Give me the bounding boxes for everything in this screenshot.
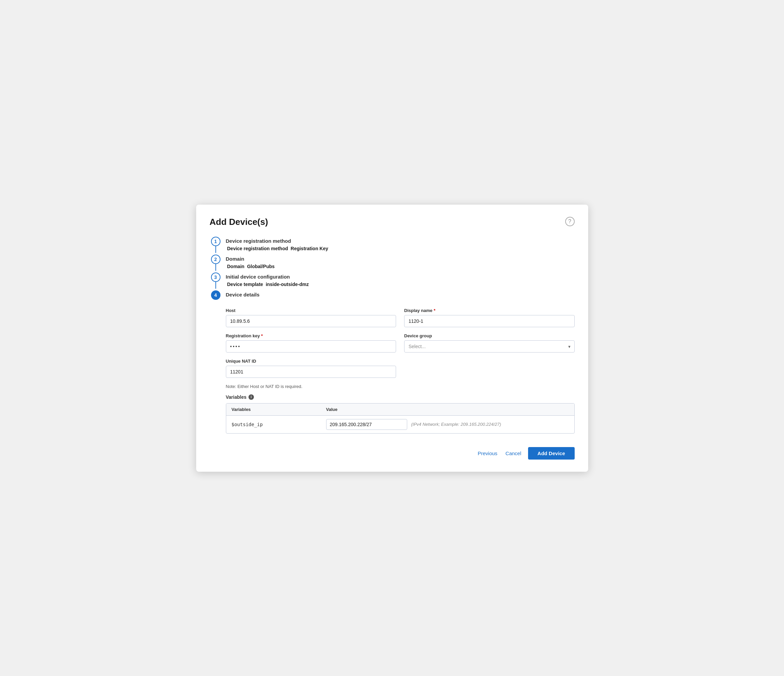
table-row: $outside_ip (IPv4 Network; Example: 209.… [226, 416, 574, 433]
device-group-select-wrapper: Select... ▾ [404, 340, 575, 352]
display-name-label: Display name * [404, 308, 575, 313]
step-2-row: 2 Domain Domain Global/Pubs [210, 255, 575, 273]
step-2-circle: 2 [211, 255, 221, 264]
step-1-row: 1 Device registration method Device regi… [210, 237, 575, 255]
step-1-content: Device registration method Device regist… [226, 237, 575, 255]
dialog-title: Add Device(s) [210, 217, 268, 227]
step-2-content: Domain Domain Global/Pubs [226, 255, 575, 273]
col-header-value: Value [321, 403, 574, 415]
step-3-left: 3 [210, 273, 222, 289]
step-3-detail: Device template inside-outside-dmz [226, 282, 575, 290]
host-label: Host [226, 308, 397, 313]
step-1-left: 1 [210, 237, 222, 253]
registration-key-label: Registration key * [226, 333, 397, 338]
variables-table-header: Variables Value [226, 403, 574, 416]
cancel-button[interactable]: Cancel [504, 448, 523, 459]
previous-button[interactable]: Previous [476, 448, 499, 459]
info-icon: i [249, 394, 254, 400]
step-4-title: Device details [226, 290, 575, 298]
step-1-line [215, 246, 216, 253]
step-3-row: 3 Initial device configuration Device te… [210, 273, 575, 290]
step-2-left: 2 [210, 255, 222, 271]
form-row-2: Registration key * Device group Select..… [226, 333, 575, 352]
note-text: Note: Either Host or NAT ID is required. [226, 384, 575, 389]
var-name-cell: $outside_ip [226, 418, 321, 430]
step-4-row: 4 Device details [210, 290, 575, 300]
steps-container: 1 Device registration method Device regi… [210, 237, 575, 300]
step-2-detail: Domain Global/Pubs [226, 264, 575, 273]
step-4-circle: 4 [211, 290, 221, 300]
unique-nat-input[interactable] [226, 366, 397, 378]
col-header-variables: Variables [226, 403, 321, 415]
add-device-dialog: Add Device(s) ? 1 Device registration me… [196, 205, 588, 472]
registration-key-group: Registration key * [226, 333, 397, 352]
step-1-title: Device registration method [226, 237, 575, 244]
device-group-select[interactable]: Select... [404, 340, 575, 352]
step-2-title: Domain [226, 255, 575, 262]
help-icon[interactable]: ? [565, 217, 575, 226]
display-name-input[interactable] [404, 315, 575, 327]
step-3-title: Initial device configuration [226, 273, 575, 280]
form-row-3: Unique NAT ID [226, 358, 575, 378]
unique-nat-label: Unique NAT ID [226, 358, 397, 364]
device-group-group: Device group Select... ▾ [404, 333, 575, 352]
dialog-footer: Previous Cancel Add Device [210, 442, 575, 459]
step-1-detail: Device registration method Registration … [226, 246, 575, 255]
value-cell: (IPv4 Network; Example: 209.165.200.224/… [321, 416, 574, 433]
host-input[interactable] [226, 315, 397, 327]
device-details-form: Host Display name * Registration key * D… [226, 308, 575, 433]
step-1-circle: 1 [211, 237, 221, 246]
step-2-line [215, 264, 216, 271]
host-group: Host [226, 308, 397, 327]
dialog-header: Add Device(s) ? [210, 217, 575, 227]
form-row-1: Host Display name * [226, 308, 575, 327]
variables-label: Variables i [226, 394, 575, 400]
device-group-label: Device group [404, 333, 575, 338]
registration-key-input[interactable] [226, 340, 397, 352]
step-3-content: Initial device configuration Device temp… [226, 273, 575, 290]
step-4-left: 4 [210, 290, 222, 300]
variables-table: Variables Value $outside_ip (IPv4 Networ… [226, 403, 575, 433]
value-hint: (IPv4 Network; Example: 209.165.200.224/… [411, 422, 501, 427]
add-device-button[interactable]: Add Device [528, 447, 575, 459]
step-3-circle: 3 [211, 273, 221, 282]
step-3-line [215, 282, 216, 289]
step-4-content: Device details [226, 290, 575, 299]
display-name-group: Display name * [404, 308, 575, 327]
unique-nat-group: Unique NAT ID [226, 358, 397, 378]
variable-value-input[interactable] [326, 419, 407, 430]
